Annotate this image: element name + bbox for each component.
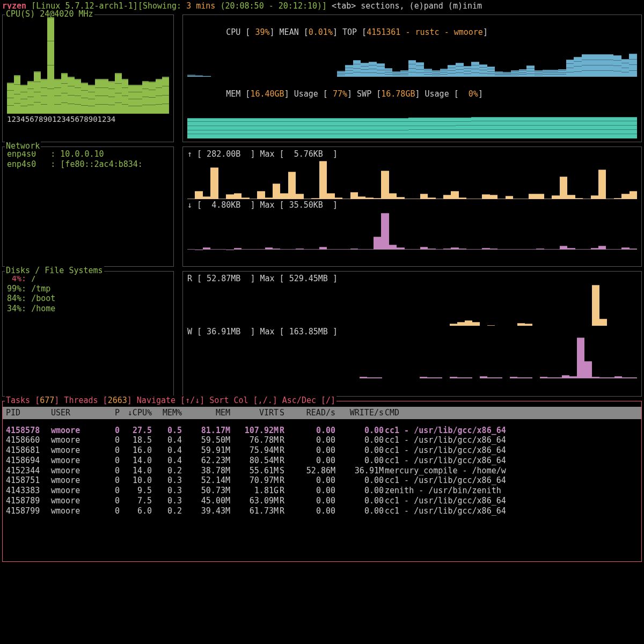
time-window: 3 mins xyxy=(181,1,215,11)
cpu-cores-panel[interactable]: CPU(S) 24@4020 MHz 123456789012345678901… xyxy=(2,14,174,142)
col-mem[interactable]: MEM xyxy=(183,408,230,418)
network-panel[interactable]: Network enp4s0 : 10.0.0.10 enp4s0 : [fe8… xyxy=(2,147,174,267)
cpu-per-core-chart xyxy=(7,17,169,114)
cpu-history-chart xyxy=(187,49,637,77)
cpu-mem-history-panel[interactable]: CPU [ 39%] MEAN [0.01%] TOP [4151361 - r… xyxy=(182,14,642,142)
iface-ipv6: enp4s0 : [fe80::2ac4:b834: xyxy=(7,159,169,170)
status-bar: ryzen [Linux 5.7.12-arch1-1][Showing: 3 … xyxy=(0,0,644,12)
disk-read-line: R [ 52.87MB ] Max [ 529.45MB ] xyxy=(187,274,637,284)
task-row[interactable]: 4158578wmoore027.50.581.17M107.92MR0.000… xyxy=(6,426,638,436)
col-p[interactable]: P xyxy=(105,408,120,418)
tasks-body[interactable]: 4158578wmoore027.50.581.17M107.92MR0.000… xyxy=(3,419,641,518)
task-row[interactable]: 4158694wmoore014.00.462.23M80.54MR0.000.… xyxy=(6,456,638,466)
key-hints: <tab> sections, (e)pand (m)inim xyxy=(327,1,482,11)
tasks-title: Tasks [677] Threads [2663] Navigate [↑/↓… xyxy=(5,396,336,406)
network-history-panel[interactable]: ↑ [ 282.00B ] Max [ 5.76KB ] ↓ [ 4.80KB … xyxy=(182,147,642,267)
col-writes[interactable]: WRITE/s xyxy=(336,408,384,418)
tasks-panel[interactable]: Tasks [677] Threads [2663] Navigate [↑/↓… xyxy=(2,401,642,562)
task-row[interactable]: 4158660wmoore018.50.459.50M76.78MR0.000.… xyxy=(6,435,638,445)
cpu-summary-line: CPU [ 39%] MEAN [0.01%] TOP [4151361 - r… xyxy=(187,17,637,47)
disk-io-panel[interactable]: R [ 52.87MB ] Max [ 529.45MB ] W [ 36.91… xyxy=(182,271,642,397)
net-down-chart xyxy=(187,211,637,250)
col-reads[interactable]: READ/s xyxy=(292,408,335,418)
disk-read-chart xyxy=(187,285,637,326)
task-row[interactable]: 4152344wmoore014.00.238.78M55.61MS52.86M… xyxy=(6,466,638,476)
filesystem-row: 99%: /tmp xyxy=(7,284,169,294)
col-s[interactable]: S xyxy=(280,408,291,418)
task-row[interactable]: 4158799wmoore06.00.239.43M61.73MR0.000.0… xyxy=(6,506,638,516)
filesystem-row: 34%: /home xyxy=(7,304,169,314)
col-mem[interactable]: MEM% xyxy=(153,408,182,418)
net-up-line: ↑ [ 282.00B ] Max [ 5.76KB ] xyxy=(187,149,637,159)
disk-write-line: W [ 36.91MB ] Max [ 163.85MB ] xyxy=(187,327,637,337)
col-cmd[interactable]: CMD xyxy=(385,408,638,418)
top-process: 4151361 - rustc - wmoore xyxy=(367,27,483,37)
disks-panel[interactable]: Disks / File Systems 4%: /99%: /tmp84%: … xyxy=(2,271,174,397)
col-pid[interactable]: PID xyxy=(6,408,50,418)
task-row[interactable]: 4158681wmoore016.00.459.91M75.94MR0.000.… xyxy=(6,445,638,456)
network-panel-title: Network xyxy=(5,141,41,151)
net-up-chart xyxy=(187,160,637,199)
disks-panel-title: Disks / File Systems xyxy=(5,266,104,276)
net-down-line: ↓ [ 4.80KB ] Max [ 35.50KB ] xyxy=(187,200,637,210)
mem-history-chart xyxy=(187,111,637,138)
filesystem-list: 4%: /99%: /tmp84%: /boot34%: /home xyxy=(3,272,173,396)
disk-write-chart xyxy=(187,338,637,378)
col-cpu[interactable]: ↓CPU% xyxy=(121,408,152,418)
time-range: (20:08:50 - 20:12:10)] xyxy=(215,1,327,11)
cpu-core-axis: 123456789012345678901234 xyxy=(7,115,169,125)
tasks-header-row[interactable]: PIDUSERP↓CPU%MEM%MEMVIRTSREAD/sWRITE/sCM… xyxy=(3,407,641,419)
task-row[interactable]: 4158751wmoore010.00.352.14M70.97MR0.000.… xyxy=(6,475,638,486)
filesystem-row: 84%: /boot xyxy=(7,294,169,304)
task-row[interactable]: 4143383wmoore09.50.350.73M1.81GR0.000.00… xyxy=(6,486,638,496)
mem-summary-line: MEM [16.40GB] Usage [ 77%] SWP [16.78GB]… xyxy=(187,79,637,109)
col-virt[interactable]: VIRT xyxy=(231,408,279,418)
task-row[interactable]: 4158789wmoore07.50.345.00M63.09MR0.000.0… xyxy=(6,496,638,506)
col-user[interactable]: USER xyxy=(51,408,104,418)
